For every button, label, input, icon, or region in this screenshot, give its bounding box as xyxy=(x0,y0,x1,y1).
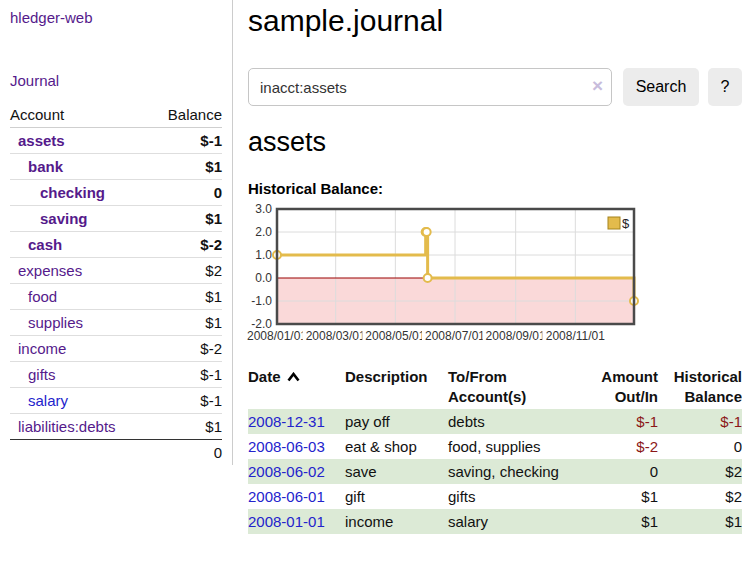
chart-title: Historical Balance: xyxy=(248,180,742,198)
help-button[interactable]: ? xyxy=(708,68,742,106)
register-table-body: 2008-12-31pay offdebts$-1$-12008-06-03ea… xyxy=(248,409,742,534)
account-row: assets$-1 xyxy=(10,128,222,154)
search-input[interactable] xyxy=(248,68,612,106)
col-header-date[interactable]: Date xyxy=(248,365,345,409)
account-link[interactable]: assets xyxy=(10,131,65,150)
search-box: × xyxy=(248,68,612,106)
transaction-date-link[interactable]: 2008-06-03 xyxy=(248,438,325,455)
svg-text:2008/01/01: 2008/01/01 xyxy=(247,329,307,343)
col-header-description: Description xyxy=(345,365,448,409)
account-link[interactable]: supplies xyxy=(10,313,83,332)
account-row: income$-2 xyxy=(10,336,222,362)
transaction-balance: $1 xyxy=(658,509,742,534)
transaction-accounts: saving, checking xyxy=(448,459,583,484)
transaction-amount: $-1 xyxy=(583,409,658,434)
transaction-balance: 0 xyxy=(658,434,742,459)
clear-search-icon[interactable]: × xyxy=(592,76,603,96)
accounts-header-row: Account Balance xyxy=(10,102,222,128)
account-link[interactable]: gifts xyxy=(10,365,56,384)
transaction-accounts: gifts xyxy=(448,484,583,509)
account-link[interactable]: food xyxy=(10,287,57,306)
account-balance: $-1 xyxy=(150,128,222,154)
transaction-balance: $-1 xyxy=(658,409,742,434)
transaction-date-link[interactable]: 2008-06-02 xyxy=(248,463,325,480)
account-row: bank$1 xyxy=(10,154,222,180)
svg-text:2008/09/01: 2008/09/01 xyxy=(486,329,546,343)
app-title-link[interactable]: hledger-web xyxy=(10,9,222,26)
account-row: expenses$2 xyxy=(10,258,222,284)
transaction-description: save xyxy=(345,459,448,484)
col-header-amount: Amount Out/In xyxy=(583,365,658,409)
account-row: saving$1 xyxy=(10,206,222,232)
transaction-accounts: salary xyxy=(448,509,583,534)
account-balance: $1 xyxy=(150,154,222,180)
transaction-accounts: food, supplies xyxy=(448,434,583,459)
svg-text:0.0: 0.0 xyxy=(255,271,272,285)
sidebar-item-journal[interactable]: Journal xyxy=(10,72,222,89)
account-balance: $1 xyxy=(150,206,222,232)
register-row: 2008-01-01incomesalary$1$1 xyxy=(248,509,742,534)
col-header-accounts: To/From Account(s) xyxy=(448,365,583,409)
account-balance: 0 xyxy=(150,180,222,206)
accounts-header-balance: Balance xyxy=(150,102,222,128)
register-row: 2008-06-01giftgifts$1$2 xyxy=(248,484,742,509)
account-row: supplies$1 xyxy=(10,310,222,336)
transaction-balance: $2 xyxy=(658,484,742,509)
transaction-description: income xyxy=(345,509,448,534)
accounts-table: Account Balance assets$-1bank$1checking0… xyxy=(10,102,222,465)
account-row: salary$-1 xyxy=(10,388,222,414)
svg-text:3.0: 3.0 xyxy=(255,202,272,216)
accounts-total-balance: 0 xyxy=(150,440,222,466)
transaction-amount: $1 xyxy=(583,484,658,509)
svg-text:2008/05/01: 2008/05/01 xyxy=(365,329,425,343)
register-row: 2008-06-03eat & shopfood, supplies$-20 xyxy=(248,434,742,459)
transaction-description: gift xyxy=(345,484,448,509)
account-link[interactable]: liabilities:debts xyxy=(10,417,116,436)
svg-text:2008/11/01: 2008/11/01 xyxy=(546,329,605,343)
account-balance: $2 xyxy=(150,258,222,284)
transaction-date-link[interactable]: 2008-06-01 xyxy=(248,488,325,505)
svg-text:$: $ xyxy=(622,216,630,231)
col-header-balance: Historical Balance xyxy=(658,365,742,409)
account-row: gifts$-1 xyxy=(10,362,222,388)
transaction-date-link[interactable]: 2008-01-01 xyxy=(248,513,325,530)
account-balance: $-1 xyxy=(150,388,222,414)
account-balance: $1 xyxy=(150,284,222,310)
register-row: 2008-06-02savesaving, checking0$2 xyxy=(248,459,742,484)
transaction-amount: $1 xyxy=(583,509,658,534)
search-bar: × Search ? xyxy=(248,68,742,106)
account-link[interactable]: income xyxy=(10,339,66,358)
historical-balance-chart: $3.02.01.00.0-1.0-2.02008/01/012008/03/0… xyxy=(242,202,742,347)
app-layout: hledger-web Journal Account Balance asse… xyxy=(0,0,742,534)
register-header-row: Date Description To/From Account(s) Amou… xyxy=(248,365,742,409)
transaction-accounts: debts xyxy=(448,409,583,434)
accounts-header-account: Account xyxy=(10,102,150,128)
account-balance: $1 xyxy=(150,414,222,440)
account-balance: $1 xyxy=(150,310,222,336)
account-link[interactable]: bank xyxy=(10,157,63,176)
svg-text:1.0: 1.0 xyxy=(255,248,272,262)
account-link[interactable]: checking xyxy=(10,183,105,202)
chevron-up-icon xyxy=(286,372,301,382)
sidebar: hledger-web Journal Account Balance asse… xyxy=(0,0,233,465)
page-title: sample.journal xyxy=(248,2,742,40)
main-content: sample.journal × Search ? assets Histori… xyxy=(233,0,742,534)
register-table: Date Description To/From Account(s) Amou… xyxy=(248,365,742,534)
account-link[interactable]: salary xyxy=(10,391,68,410)
search-button[interactable]: Search xyxy=(623,68,699,106)
account-row: cash$-2 xyxy=(10,232,222,258)
account-link[interactable]: cash xyxy=(10,235,62,254)
account-balance: $-2 xyxy=(150,336,222,362)
transaction-amount: 0 xyxy=(583,459,658,484)
accounts-total-row: 0 xyxy=(10,440,222,466)
account-link[interactable]: expenses xyxy=(10,261,82,280)
transaction-date-link[interactable]: 2008-12-31 xyxy=(248,413,325,430)
account-row: food$1 xyxy=(10,284,222,310)
transaction-balance: $2 xyxy=(658,459,742,484)
account-balance: $-2 xyxy=(150,232,222,258)
account-balance: $-1 xyxy=(150,362,222,388)
account-link[interactable]: saving xyxy=(10,209,88,228)
accounts-table-body: assets$-1bank$1checking0saving$1cash$-2e… xyxy=(10,128,222,440)
svg-text:2008/03/01: 2008/03/01 xyxy=(306,329,366,343)
account-row: liabilities:debts$1 xyxy=(10,414,222,440)
